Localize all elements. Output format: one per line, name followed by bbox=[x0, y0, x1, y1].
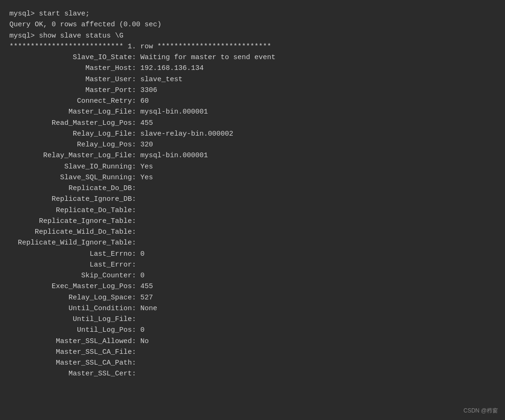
terminal-line: mysql> start slave; bbox=[9, 8, 496, 19]
terminal-line: Until_Log_File: bbox=[9, 314, 496, 325]
terminal-line: Master_SSL_CA_File: bbox=[9, 347, 496, 358]
terminal-line: Relay_Log_Space: 527 bbox=[9, 292, 496, 303]
terminal-line: Relay_Log_Pos: 320 bbox=[9, 139, 496, 150]
terminal-line: Master_SSL_CA_Path: bbox=[9, 358, 496, 368]
terminal-line: Master_SSL_Cert: bbox=[9, 368, 496, 379]
terminal-line: Slave_IO_Running: Yes bbox=[9, 161, 496, 172]
terminal-line: Last_Error: bbox=[9, 260, 496, 270]
terminal-line: Until_Condition: None bbox=[9, 303, 496, 314]
terminal-line: *************************** 1. row *****… bbox=[9, 41, 496, 52]
terminal-line: Replicate_Ignore_Table: bbox=[9, 216, 496, 227]
terminal-line: mysql> show slave status \G bbox=[9, 31, 496, 41]
terminal-line: Slave_IO_State: Waiting for master to se… bbox=[9, 52, 496, 63]
terminal-line: Master_Log_File: mysql-bin.000001 bbox=[9, 107, 496, 117]
terminal-line: Master_User: slave_test bbox=[9, 74, 496, 85]
terminal-line: Connect_Retry: 60 bbox=[9, 96, 496, 107]
terminal-line: Exec_Master_Log_Pos: 455 bbox=[9, 281, 496, 292]
terminal-line: Master_Host: 192.168.136.134 bbox=[9, 63, 496, 74]
terminal-content: mysql> start slave;Query OK, 0 rows affe… bbox=[9, 8, 496, 380]
terminal-line: Replicate_Wild_Ignore_Table: bbox=[9, 237, 496, 248]
terminal-line: Last_Errno: 0 bbox=[9, 249, 496, 260]
terminal-line: Replicate_Wild_Do_Table: bbox=[9, 227, 496, 237]
terminal-line: Read_Master_Log_Pos: 455 bbox=[9, 118, 496, 129]
terminal-line: Query OK, 0 rows affected (0.00 sec) bbox=[9, 19, 496, 30]
terminal-line: Relay_Master_Log_File: mysql-bin.000001 bbox=[9, 150, 496, 161]
terminal-line: Master_Port: 3306 bbox=[9, 85, 496, 96]
watermark: CSDN @栉窗 bbox=[463, 406, 498, 415]
terminal-line: Replicate_Do_DB: bbox=[9, 183, 496, 194]
terminal-line: Until_Log_Pos: 0 bbox=[9, 325, 496, 336]
terminal-line: Replicate_Ignore_DB: bbox=[9, 194, 496, 205]
terminal-line: Master_SSL_Allowed: No bbox=[9, 336, 496, 347]
terminal-line: Slave_SQL_Running: Yes bbox=[9, 172, 496, 183]
terminal-line: Relay_Log_File: slave-relay-bin.000002 bbox=[9, 129, 496, 139]
terminal-window: mysql> start slave;Query OK, 0 rows affe… bbox=[9, 8, 496, 380]
terminal-line: Replicate_Do_Table: bbox=[9, 205, 496, 216]
terminal-line: Skip_Counter: 0 bbox=[9, 270, 496, 281]
